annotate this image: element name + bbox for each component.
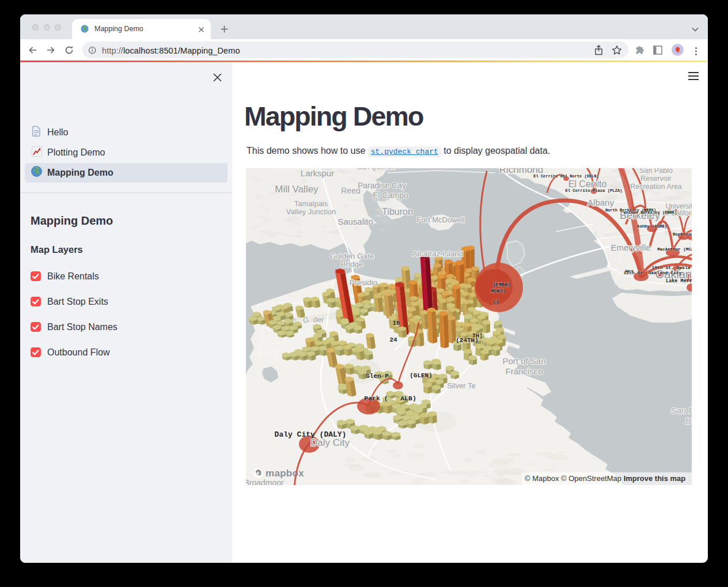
- svg-text:Ashby (ASHB): Ashby (ASHB): [637, 224, 667, 229]
- svg-text:Alcatraz Island: Alcatraz Island: [412, 249, 464, 258]
- svg-text:MacArthur (MCAR: MacArthur (MCAR: [657, 247, 692, 252]
- svg-text:Reservoir: Reservoir: [640, 175, 672, 183]
- svg-text:Bridge: Bridge: [340, 260, 363, 268]
- svg-text:B: B: [685, 416, 691, 426]
- svg-text:Larkspur: Larkspur: [301, 168, 334, 178]
- svg-text:G: G: [303, 316, 309, 324]
- svg-text:Francisco: Francisco: [505, 366, 543, 376]
- svg-text:Emeryville: Emeryville: [611, 243, 650, 252]
- svg-text:MONT): MONT): [491, 289, 506, 294]
- svg-text:Wes: Wes: [625, 268, 634, 274]
- svg-text:Recreation Area: Recreation Area: [630, 183, 682, 191]
- svg-text:Presidio: Presidio: [350, 278, 378, 287]
- svg-text:16: 16: [392, 320, 400, 327]
- svg-text:Park (: Park (: [364, 395, 388, 402]
- svg-text:El Campo: El Campo: [373, 191, 408, 200]
- svg-text:wntown Berkeley (DBRK): wntown Berkeley (DBRK): [624, 210, 677, 215]
- svg-text:Tiburon: Tiburon: [382, 207, 413, 217]
- svg-text:San Quentin: San Quentin: [357, 168, 396, 171]
- svg-text:Glen P: Glen P: [366, 373, 389, 380]
- svg-text:El Cerrito del Norte (DELN): El Cerrito del Norte (DELN): [533, 174, 598, 179]
- svg-text:Lake Merr: Lake Merr: [666, 278, 692, 284]
- svg-text:Golden Gate: Golden Gate: [330, 252, 374, 260]
- svg-text:San Fr: San Fr: [670, 406, 692, 415]
- svg-text:Albany: Albany: [587, 198, 614, 207]
- svg-text:Fort McDowell: Fort McDowell: [416, 215, 464, 224]
- svg-text:(24TH): (24TH): [456, 337, 479, 344]
- svg-text:mapbox: mapbox: [266, 468, 304, 479]
- svg-text:Tamalpais: Tamalpais: [294, 199, 328, 208]
- svg-text:C): C): [493, 300, 499, 305]
- svg-text:(GLEN): (GLEN): [410, 372, 433, 379]
- svg-text:24: 24: [389, 336, 397, 343]
- svg-text:der: der: [313, 315, 324, 324]
- svg-text:El Cerrito: El Cerrito: [568, 179, 607, 189]
- svg-text:San Pablo: San Pablo: [639, 168, 673, 175]
- svg-text:(EMBR): (EMBR): [493, 282, 511, 288]
- svg-text:Silver Te: Silver Te: [447, 381, 476, 390]
- svg-text:El Cerrito Plaza (PLZA): El Cerrito Plaza (PLZA): [565, 188, 622, 193]
- svg-text:Broadmoor: Broadmoor: [246, 478, 284, 485]
- svg-text:Port of San: Port of San: [502, 356, 545, 366]
- svg-text:ALB): ALB): [400, 395, 416, 402]
- svg-text:Daly City (DALY): Daly City (DALY): [275, 430, 347, 439]
- svg-text:© Mapbox © OpenStreetMap Impr: © Mapbox © OpenStreetMap Improve this ma…: [525, 474, 685, 483]
- svg-text:Rockridge (R: Rockridge (R: [673, 232, 692, 237]
- svg-text:Mill Valley: Mill Valley: [275, 184, 318, 195]
- svg-text:19th St. Oakla: 19th St. Oakla: [651, 265, 690, 270]
- svg-text:Sausalito: Sausalito: [338, 217, 373, 226]
- svg-text:Valley Junction: Valley Junction: [286, 207, 336, 216]
- svg-text:Paradise Cay: Paradise Cay: [358, 181, 406, 190]
